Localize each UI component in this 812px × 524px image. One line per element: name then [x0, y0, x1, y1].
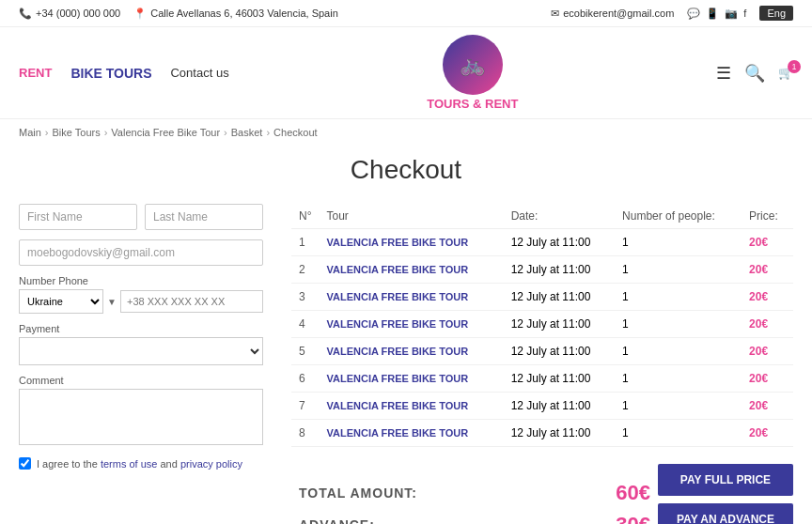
location-icon: 📍	[133, 8, 147, 20]
row-price: 20€	[742, 311, 793, 338]
facebook-icon[interactable]: f	[743, 8, 746, 19]
comment-textarea[interactable]	[19, 389, 263, 445]
phone2-icon[interactable]: 📱	[706, 8, 719, 20]
advance-amount: 30€	[616, 513, 650, 524]
row-nr: 6	[291, 365, 319, 393]
row-people: 1	[615, 338, 742, 365]
col-date: Date:	[504, 204, 615, 229]
logo-icon: 🚲	[443, 35, 503, 95]
terms-text: I agree to the terms of use and privacy …	[37, 458, 242, 470]
row-people: 1	[615, 393, 742, 420]
row-people: 1	[615, 229, 742, 256]
row-date: 12 July at 11:00	[504, 284, 615, 311]
language-button[interactable]: Eng	[759, 6, 793, 21]
table-row: 4 VALENCIA FREE BIKE TOUR 12 July at 11:…	[291, 311, 793, 338]
pay-full-button[interactable]: PAY FULL PRICE	[658, 464, 793, 496]
col-price: Price:	[742, 204, 793, 229]
breadcrumb-checkout: Checkout	[273, 127, 317, 138]
row-people: 1	[615, 284, 742, 311]
row-tour: VALENCIA FREE BIKE TOUR	[326, 400, 468, 411]
row-nr: 8	[291, 420, 319, 447]
row-people: 1	[615, 311, 742, 338]
total-row: TOTAL AMOUNT: 60€	[291, 481, 658, 505]
instagram-icon[interactable]: 📷	[725, 8, 738, 20]
row-price: 20€	[742, 393, 793, 420]
breadcrumb-main[interactable]: Main	[19, 127, 41, 138]
tour-table: N° Tour Date: Number of people: Price: 1…	[291, 204, 793, 447]
table-row: 6 VALENCIA FREE BIKE TOUR 12 July at 11:…	[291, 365, 793, 393]
phone-section: Number Phone Ukraine Spain ▼	[19, 275, 263, 314]
country-select[interactable]: Ukraine Spain	[19, 289, 103, 314]
row-date: 12 July at 11:00	[504, 338, 615, 365]
table-row: 8 VALENCIA FREE BIKE TOUR 12 July at 11:…	[291, 420, 793, 447]
terms-row: I agree to the terms of use and privacy …	[19, 457, 263, 470]
phone-input[interactable]	[120, 290, 263, 313]
row-price: 20€	[742, 256, 793, 284]
row-people: 1	[615, 365, 742, 393]
total-label: TOTAL AMOUNT:	[299, 485, 417, 501]
nav-rent[interactable]: RENT	[19, 66, 52, 80]
phone-icon: 📞	[19, 8, 32, 20]
totals-side: TOTAL AMOUNT: 60€ ADVANCE: 30€	[291, 462, 658, 524]
menu-icon[interactable]: ☰	[716, 63, 731, 84]
advance-label: ADVANCE:	[299, 517, 375, 524]
payment-section: Payment Credit Card PayPal	[19, 323, 263, 365]
navbar: RENT BIKE TOURS Contact us 🚲 TOURS & REN…	[0, 27, 812, 119]
email-info: ✉ ecobikerent@gmail.com	[551, 8, 674, 20]
address-text: Calle Avellanas 6, 46003 Valencia, Spain	[150, 8, 338, 19]
row-nr: 2	[291, 256, 319, 284]
row-nr: 7	[291, 393, 319, 420]
comment-section: Comment	[19, 375, 263, 448]
terms-checkbox[interactable]	[19, 457, 31, 470]
breadcrumb-bike-tours[interactable]: Bike Tours	[53, 127, 101, 138]
address-info: 📍 Calle Avellanas 6, 46003 Valencia, Spa…	[133, 8, 338, 20]
top-bar-right: ✉ ecobikerent@gmail.com 💬 📱 📷 f Eng	[551, 6, 793, 21]
order-table-section: N° Tour Date: Number of people: Price: 1…	[291, 204, 793, 524]
row-date: 12 July at 11:00	[504, 229, 615, 256]
row-tour: VALENCIA FREE BIKE TOUR	[326, 427, 468, 439]
table-head: N° Tour Date: Number of people: Price:	[291, 204, 793, 229]
row-tour: VALENCIA FREE BIKE TOUR	[326, 264, 468, 275]
terms-link[interactable]: terms of use	[101, 458, 158, 470]
row-tour: VALENCIA FREE BIKE TOUR	[326, 291, 468, 302]
top-bar: 📞 +34 (000) 000 000 📍 Calle Avellanas 6,…	[0, 0, 812, 27]
email-text: ecobikerent@gmail.com	[563, 8, 674, 19]
payment-buttons: PAY FULL PRICE PAY AN ADVANCE	[658, 464, 793, 524]
dropdown-arrow: ▼	[107, 297, 117, 307]
breadcrumb-basket[interactable]: Basket	[231, 127, 263, 138]
phone-number: +34 (000) 000 000	[36, 8, 120, 19]
row-tour: VALENCIA FREE BIKE TOUR	[326, 373, 468, 384]
last-name-input[interactable]	[145, 204, 263, 230]
pay-advance-button[interactable]: PAY AN ADVANCE	[658, 503, 793, 524]
phone-info: 📞 +34 (000) 000 000	[19, 8, 120, 20]
row-people: 1	[615, 256, 742, 284]
nav-contact[interactable]: Contact us	[170, 66, 228, 80]
content-wrapper: Number Phone Ukraine Spain ▼ Payment Cre…	[19, 204, 793, 524]
whatsapp-icon[interactable]: 💬	[687, 8, 700, 20]
nav-right: ☰ 🔍 🛒1	[716, 63, 793, 84]
first-name-input[interactable]	[19, 204, 137, 230]
row-price: 20€	[742, 365, 793, 393]
breadcrumb: Main › Bike Tours › Valencia Free Bike T…	[0, 119, 812, 146]
page-title: Checkout	[19, 155, 793, 185]
row-price: 20€	[742, 338, 793, 365]
email-row	[19, 239, 263, 266]
phone-label: Number Phone	[19, 275, 263, 286]
advance-row: ADVANCE: 30€	[291, 505, 658, 524]
privacy-link[interactable]: privacy policy	[180, 458, 242, 470]
row-date: 12 July at 11:00	[504, 393, 615, 420]
row-price: 20€	[742, 420, 793, 447]
checkout-form: Number Phone Ukraine Spain ▼ Payment Cre…	[19, 204, 263, 524]
cart-button[interactable]: 🛒1	[778, 66, 793, 80]
table-body: 1 VALENCIA FREE BIKE TOUR 12 July at 11:…	[291, 229, 793, 447]
total-amount: 60€	[616, 481, 650, 505]
nav-bike-tours[interactable]: BIKE TOURS	[70, 66, 151, 81]
row-tour: VALENCIA FREE BIKE TOUR	[326, 237, 468, 248]
row-date: 12 July at 11:00	[504, 311, 615, 338]
search-icon[interactable]: 🔍	[744, 63, 765, 84]
logo-text: TOURS & RENT	[427, 97, 518, 111]
totals-buttons: TOTAL AMOUNT: 60€ ADVANCE: 30€ PAY FULL …	[291, 462, 793, 524]
email-input[interactable]	[19, 239, 263, 266]
payment-select[interactable]: Credit Card PayPal	[19, 337, 263, 365]
breadcrumb-valencia[interactable]: Valencia Free Bike Tour	[111, 127, 220, 138]
